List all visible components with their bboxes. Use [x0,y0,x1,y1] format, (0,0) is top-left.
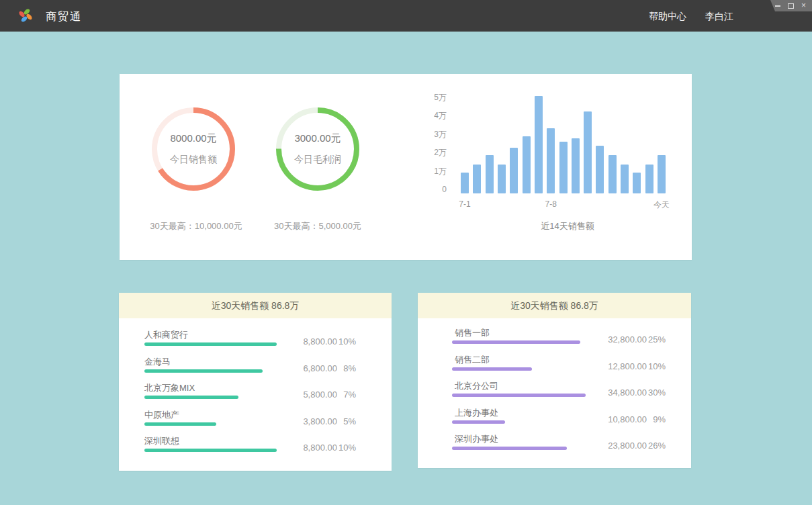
row-percent: 5% [337,416,356,428]
row-progress-bar [144,342,277,346]
row-values: 5,800.007% [277,389,356,401]
row-name-label: 上海办事处 [455,407,498,419]
row-progress-bar [452,394,586,397]
x-axis-tick: 7-8 [531,199,571,209]
row-name-label: 北京分公司 [455,380,498,392]
y-axis-tick: 3万 [417,129,447,140]
row-progress-bar [452,447,567,450]
list-row: 销售二部12,800.0010% [418,351,691,378]
today-sales-donut: 8000.00元今日销售额 [152,107,235,191]
row-values: 8,800.0010% [277,336,356,348]
row-values: 12,800.0010% [586,361,666,373]
row-values: 23,800.0026% [586,440,666,452]
donut-value-label: 8000.00元 [170,132,216,145]
app-logo-pinwheel-icon [18,8,33,23]
row-amount: 5,800.00 [277,389,337,401]
row-progress-bar [452,367,532,371]
row-values: 32,800.0025% [586,334,666,346]
departments-rows: 销售一部32,800.0025%销售二部12,800.0010%北京分公司34,… [418,324,691,457]
row-name-label: 销售一部 [455,327,490,339]
sales-14day-bar-chart [461,93,666,193]
row-amount: 10,800.00 [586,414,647,426]
row-amount: 8,800.00 [277,336,337,348]
bar-day-11 [584,111,592,193]
list-row: 深圳联想8,800.0010% [119,432,392,459]
bar-day-7 [535,96,543,193]
row-progress-bar [144,396,238,399]
bar-chart-title: 近14天销售额 [500,220,635,232]
row-name-label: 中原地产 [144,409,179,421]
list-row: 中原地产3,800.005% [119,406,392,433]
help-center-link[interactable]: 帮助中心 [649,11,686,23]
y-axis-tick: 5万 [417,92,447,103]
today-profit-donut: 3000.00元今日毛利润 [276,107,359,191]
row-values: 10,800.009% [586,414,666,426]
bar-day-2 [473,165,481,193]
username-menu[interactable]: 李白江 [705,11,733,23]
profit-30day-max-label: 30天最高：5,000.00元 [253,220,382,232]
row-progress-bar [452,420,505,424]
list-row: 上海办事处10,800.009% [418,404,691,431]
list-row: 北京万象MIX5,800.007% [119,379,392,406]
close-icon[interactable]: × [801,1,806,9]
today-profit-donut-labels: 3000.00元今日毛利润 [276,107,359,191]
bar-day-15 [633,173,641,193]
donut-value-label: 3000.00元 [294,132,341,145]
row-amount: 12,800.00 [586,361,647,373]
departments-card-header: 近30天销售额 86.8万 [418,293,691,318]
today-sales-donut-labels: 8000.00元今日销售额 [152,107,235,191]
row-percent: 10% [647,361,666,373]
donut-caption-label: 今日毛利润 [294,154,341,166]
row-values: 34,800.0030% [586,387,666,399]
bar-day-16 [645,165,653,193]
list-row: 金海马6,800.008% [119,353,392,380]
bar-day-13 [608,155,617,193]
maximize-icon[interactable] [788,3,794,9]
bar-day-12 [596,146,604,193]
list-row: 人和商贸行8,800.0010% [119,326,392,353]
y-axis-tick: 1万 [417,166,447,177]
list-row: 销售一部32,800.0025% [418,324,691,351]
customers-ranking-card: 近30天销售额 86.8万 人和商贸行8,800.0010%金海马6,800.0… [119,293,392,471]
customers-rows: 人和商贸行8,800.0010%金海马6,800.008%北京万象MIX5,80… [119,326,392,459]
y-axis-tick: 2万 [417,147,447,158]
row-amount: 23,800.00 [586,440,647,452]
row-progress-bar [144,422,216,426]
sales-30day-max-label: 30天最高：10,000.00元 [132,220,261,232]
x-axis-tick: 7-1 [445,199,485,209]
row-name-label: 深圳联想 [144,435,179,447]
bar-day-4 [498,165,506,193]
row-amount: 8,800.00 [277,442,337,454]
bar-day-17 [658,155,666,193]
bar-day-1 [461,173,469,193]
row-values: 6,800.008% [277,363,356,375]
row-progress-bar [144,369,263,373]
row-values: 3,800.005% [277,416,356,428]
app-title: 商贸通 [46,10,82,24]
row-name-label: 人和商贸行 [144,329,188,341]
bar-day-10 [572,138,580,193]
y-axis-tick: 0 [417,184,447,195]
x-axis-tick: 今天 [641,199,682,211]
y-axis-tick: 4万 [417,110,447,121]
row-amount: 32,800.00 [586,334,647,346]
row-percent: 10% [337,336,356,348]
bar-day-5 [510,148,518,193]
minimize-icon[interactable] [775,5,780,7]
bar-day-9 [559,142,568,193]
bar-day-3 [486,155,494,193]
window-controls: × [770,0,812,11]
customers-card-header: 近30天销售额 86.8万 [119,293,392,318]
donut-caption-label: 今日销售额 [170,154,217,166]
row-percent: 8% [337,363,356,375]
row-progress-bar [144,449,277,452]
row-percent: 9% [647,414,666,426]
departments-ranking-card: 近30天销售额 86.8万 销售一部32,800.0025%销售二部12,800… [418,293,691,468]
row-amount: 34,800.00 [586,387,647,399]
row-percent: 7% [337,389,356,401]
row-progress-bar [452,340,580,344]
bar-day-6 [523,136,531,193]
list-row: 深圳办事处23,800.0026% [418,430,691,457]
titlebar-menu: 帮助中心 李白江 [649,11,733,23]
row-amount: 6,800.00 [277,363,337,375]
